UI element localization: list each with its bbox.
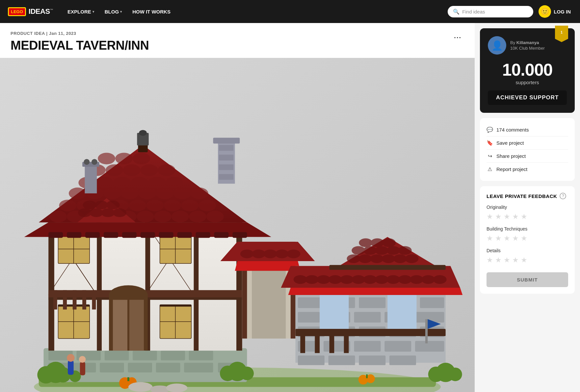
svg-rect-161	[298, 312, 320, 322]
svg-point-216	[359, 238, 372, 247]
svg-point-196	[363, 275, 377, 284]
svg-point-125	[101, 208, 115, 217]
star-3[interactable]: ★	[504, 234, 510, 243]
svg-rect-13	[128, 363, 152, 372]
svg-point-211	[352, 246, 365, 255]
svg-rect-174	[384, 341, 411, 352]
star-2[interactable]: ★	[495, 256, 502, 264]
svg-rect-179	[389, 355, 416, 365]
svg-point-208	[382, 254, 395, 263]
svg-point-84	[96, 177, 113, 188]
main-nav: EXPLORE ▾ BLOG ▾ HOW IT WORKS	[64, 6, 437, 17]
svg-point-80	[171, 211, 189, 222]
rating-techniques: Building Techniques ★ ★ ★ ★ ★	[487, 226, 568, 243]
svg-rect-177	[329, 355, 355, 365]
svg-point-90	[106, 164, 123, 176]
svg-rect-15	[184, 363, 213, 372]
star-4[interactable]: ★	[512, 234, 519, 243]
svg-point-88	[166, 177, 183, 188]
svg-rect-175	[415, 341, 444, 352]
creator-card: 1 👤 By Killamanya 10K Club Member 10.000…	[480, 28, 575, 113]
header-right: 🔍 Find ideas 🙂 LOG IN	[448, 3, 572, 20]
star-2[interactable]: ★	[495, 234, 502, 243]
creator-badge: 10K Club Member	[510, 46, 545, 51]
svg-point-124	[90, 208, 103, 217]
star-3[interactable]: ★	[504, 212, 510, 221]
rating-originality: Originality ★ ★ ★ ★ ★	[487, 205, 568, 221]
project-image	[0, 58, 475, 392]
svg-rect-185	[300, 329, 305, 353]
logo[interactable]: LEGO IDEAS™	[8, 7, 53, 16]
svg-rect-8	[161, 351, 185, 360]
svg-point-200	[410, 275, 423, 284]
nav-explore[interactable]: EXPLORE ▾	[64, 6, 98, 17]
help-icon[interactable]: ?	[560, 193, 566, 199]
header: LEGO IDEAS™ EXPLORE ▾ BLOG ▾ HOW IT WORK…	[0, 0, 580, 23]
submit-button[interactable]: SUBMIT	[487, 272, 568, 287]
svg-rect-241	[68, 360, 74, 375]
techniques-label: Building Techniques	[487, 226, 568, 232]
nav-blog[interactable]: BLOG ▾	[101, 6, 126, 17]
svg-point-212	[363, 246, 377, 255]
svg-point-72	[198, 200, 216, 211]
star-4[interactable]: ★	[512, 256, 519, 264]
svg-point-209	[393, 254, 407, 263]
star-1[interactable]: ★	[487, 212, 493, 221]
svg-rect-108	[219, 164, 233, 170]
login-button[interactable]: 🙂 LOG IN	[537, 3, 572, 20]
nav-how-it-works[interactable]: HOW IT WORKS	[128, 6, 174, 17]
svg-point-87	[148, 177, 166, 188]
search-bar[interactable]: 🔍 Find ideas	[448, 6, 533, 17]
details-stars[interactable]: ★ ★ ★ ★ ★	[487, 256, 568, 264]
more-options-button[interactable]: ...	[451, 31, 464, 41]
star-5[interactable]: ★	[521, 234, 527, 243]
right-sidebar: 1 👤 By Killamanya 10K Club Member 10.000…	[475, 23, 580, 392]
star-1[interactable]: ★	[487, 256, 493, 264]
star-5[interactable]: ★	[521, 256, 527, 264]
svg-rect-6	[105, 351, 129, 360]
star-5[interactable]: ★	[521, 212, 527, 221]
svg-rect-119	[196, 232, 210, 238]
lego-logo: LEGO	[8, 7, 26, 16]
svg-rect-187	[330, 329, 334, 353]
actions-card: 💬 174 comments 🔖 Save project ↪ Share pr…	[480, 118, 575, 181]
star-3[interactable]: ★	[504, 256, 510, 264]
svg-point-218	[382, 238, 396, 247]
svg-point-206	[358, 254, 372, 263]
techniques-stars[interactable]: ★ ★ ★ ★ ★	[487, 234, 568, 243]
project-meta: PRODUCT IDEA | Jan 11, 2023	[11, 31, 149, 36]
main-content: PRODUCT IDEA | Jan 11, 2023 MEDIEVAL TAV…	[0, 23, 580, 392]
star-2[interactable]: ★	[495, 212, 502, 221]
svg-point-194	[340, 275, 354, 284]
svg-point-140	[252, 250, 265, 258]
svg-point-69	[146, 200, 164, 211]
svg-point-64	[59, 200, 77, 211]
svg-point-59	[121, 187, 139, 199]
star-4[interactable]: ★	[512, 212, 519, 221]
svg-rect-106	[219, 145, 233, 151]
search-icon: 🔍	[453, 9, 460, 15]
svg-rect-114	[104, 232, 118, 238]
svg-rect-111	[48, 232, 63, 238]
report-action[interactable]: ⚠ Report project	[487, 163, 568, 176]
svg-rect-48	[82, 290, 86, 309]
building-svg	[0, 58, 475, 392]
svg-point-58	[104, 187, 121, 199]
svg-rect-176	[298, 355, 325, 365]
originality-stars[interactable]: ★ ★ ★ ★ ★	[487, 212, 568, 221]
svg-point-228	[240, 367, 254, 380]
svg-rect-186	[315, 329, 320, 353]
svg-point-86	[131, 177, 148, 188]
comments-action[interactable]: 💬 174 comments	[487, 123, 568, 136]
svg-rect-20	[48, 222, 54, 351]
svg-point-210	[405, 254, 418, 263]
svg-point-190	[294, 275, 307, 284]
svg-point-123	[78, 208, 92, 217]
svg-point-129	[106, 201, 119, 209]
svg-point-68	[129, 200, 146, 211]
svg-point-85	[113, 177, 131, 188]
star-1[interactable]: ★	[487, 234, 493, 243]
share-action[interactable]: ↪ Share project	[487, 150, 568, 163]
supporters-label: supporters	[488, 80, 567, 85]
save-action[interactable]: 🔖 Save project	[487, 136, 568, 150]
